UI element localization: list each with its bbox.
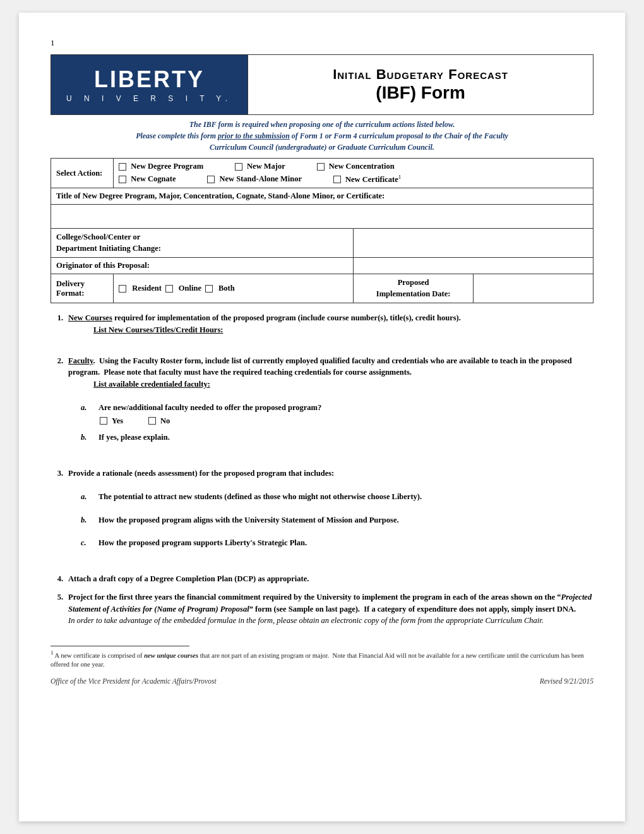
spacer-2a <box>81 396 593 402</box>
sub-content-3b: How the proposed program aligns with the… <box>98 514 593 526</box>
originator-label-cell: Originator of this Proposal: <box>51 258 354 274</box>
option-new-cognate-label: New Cognate <box>131 174 176 184</box>
item-5-text: Project for the first three years the fi… <box>68 593 592 613</box>
option-new-standalone[interactable]: New Stand-Alone Minor <box>207 174 302 184</box>
item-1-underline: New Courses <box>68 313 112 322</box>
footnote-section: 1 A new certificate is comprised of new … <box>51 646 593 670</box>
proposed-label-cell: Proposed Implementation Date: <box>354 274 474 303</box>
checkbox-both[interactable] <box>205 285 213 293</box>
option-new-major-label: New Major <box>247 162 285 171</box>
item-3: 3. Provide a rationale (needs assessment… <box>51 468 593 554</box>
checkbox-new-concentration[interactable] <box>317 163 325 171</box>
option-new-concentration[interactable]: New Concentration <box>317 162 395 171</box>
item-4-content: Attach a draft copy of a Degree Completi… <box>68 573 593 585</box>
action-options: New Degree Program New Major New Concent… <box>119 162 588 184</box>
option-new-certificate-label: New Certificate1 <box>345 174 401 184</box>
originator-label: Originator of this Proposal: <box>56 261 150 270</box>
main-table: Select Action: New Degree Program New Ma… <box>51 158 593 303</box>
checkbox-new-major[interactable] <box>235 163 242 171</box>
college-input-cell[interactable] <box>354 229 593 258</box>
options-row1: New Degree Program New Major New Concent… <box>119 162 588 171</box>
item-1: 1. New Courses required for implementati… <box>51 312 593 336</box>
footer-left: Office of the Vice President for Academi… <box>51 677 217 685</box>
checkbox-new-certificate[interactable] <box>333 176 341 183</box>
sub-letter-3b: b. <box>81 514 93 526</box>
title-input-cell[interactable] <box>51 205 593 229</box>
option-new-cognate[interactable]: New Cognate <box>119 174 176 184</box>
checkbox-new-standalone[interactable] <box>207 176 215 183</box>
yn-yes[interactable]: Yes <box>100 415 123 427</box>
footnote-text: A new certificate is comprised of new un… <box>51 652 584 668</box>
delivery-options: Resident Online Both <box>119 284 348 293</box>
originator-input-cell[interactable] <box>354 258 593 274</box>
proposed-label: Proposed Implementation Date: <box>359 277 468 299</box>
sub-item-2a: a. Are new/additional faculty needed to … <box>81 402 593 427</box>
college-row: College/School/Center or Department Init… <box>51 229 593 258</box>
item-1-sublabel: List New Courses/Titles/Credit Hours: <box>68 325 223 334</box>
select-action-label: Select Action: <box>56 169 102 178</box>
sub-content-3c: How the proposed program supports Libert… <box>98 537 593 549</box>
checkbox-resident[interactable] <box>119 285 126 293</box>
originator-row: Originator of this Proposal: <box>51 258 593 274</box>
item-3-content: Provide a rationale (needs assessment) f… <box>68 468 593 554</box>
option-new-concentration-label: New Concentration <box>329 162 395 171</box>
delivery-both-label: Both <box>218 284 235 293</box>
spacer-1 <box>51 342 593 355</box>
delivery-row: Delivery Format: Resident Online Both Pr… <box>51 274 593 303</box>
intro-line3: Curriculum Council (undergraduate) or Gr… <box>51 142 593 153</box>
sub-item-3b: b. How the proposed program aligns with … <box>81 514 593 526</box>
item-4: 4. Attach a draft copy of a Degree Compl… <box>51 573 593 585</box>
yn-no[interactable]: No <box>148 415 170 427</box>
yes-no-row: Yes No <box>100 415 593 427</box>
option-new-major[interactable]: New Major <box>235 162 285 171</box>
sub-letter-2a: a. <box>81 402 93 414</box>
spacer-3b <box>81 508 593 514</box>
option-new-degree[interactable]: New Degree Program <box>119 162 203 171</box>
option-new-certificate[interactable]: New Certificate1 <box>333 174 401 184</box>
footnote: 1 A new certificate is comprised of new … <box>51 649 593 670</box>
item-2-text: Faculty. Using the Faculty Roster form, … <box>68 356 572 377</box>
sub-letter-3c: c. <box>81 537 93 549</box>
college-label-cell: College/School/Center or Department Init… <box>51 229 354 258</box>
sub-item-3a: a. The potential to attract new students… <box>81 491 593 503</box>
page: 1 LIBERTY U N I V E R S I T Y. Initial B… <box>19 13 625 821</box>
delivery-options-cell: Resident Online Both <box>114 274 354 303</box>
checkbox-online[interactable] <box>165 285 173 293</box>
footer-right: Revised 9/21/2015 <box>540 677 593 685</box>
no-label: No <box>160 415 170 427</box>
intro-line2: Please complete this form prior to the s… <box>51 130 593 142</box>
item-3-text: Provide a rationale (needs assessment) f… <box>68 469 334 478</box>
item-1-text: New Courses required for implementation … <box>68 313 461 322</box>
intro-line1: The IBF form is required when proposing … <box>51 119 593 130</box>
page-footer: Office of the Vice President for Academi… <box>51 677 593 685</box>
checkbox-no[interactable] <box>148 417 156 425</box>
footer-divider <box>51 646 189 646</box>
item-5-italic: In order to take advantage of the embedd… <box>68 616 544 625</box>
page-number: 1 <box>51 38 593 48</box>
sub-content-2a: Are new/additional faculty needed to off… <box>98 402 593 427</box>
logo-university: U N I V E R S I T Y. <box>66 94 232 103</box>
sub-item-2b: b. If yes, please explain. <box>81 432 593 444</box>
select-action-options-cell: New Degree Program New Major New Concent… <box>114 159 593 188</box>
options-row2: New Cognate New Stand-Alone Minor New Ce… <box>119 174 588 184</box>
proposed-date-cell[interactable] <box>474 274 593 303</box>
title-row-label: Title of New Degree Program, Major, Conc… <box>51 188 593 205</box>
item-2-subitems: a. Are new/additional faculty needed to … <box>81 396 593 444</box>
sub-letter-3a: a. <box>81 491 93 503</box>
delivery-resident-label: Resident <box>132 284 162 293</box>
select-action-row: Select Action: New Degree Program New Ma… <box>51 159 593 188</box>
item-2: 2. Faculty. Using the Faculty Roster for… <box>51 355 593 449</box>
item-1-rest: required for implementation of the propo… <box>114 313 461 322</box>
logo-liberty: LIBERTY <box>94 66 205 93</box>
checkbox-yes[interactable] <box>100 417 107 425</box>
spacer-3 <box>51 560 593 573</box>
checkbox-new-degree[interactable] <box>119 163 126 171</box>
item-2-content: Faculty. Using the Faculty Roster form, … <box>68 355 593 449</box>
college-label: College/School/Center or Department Init… <box>56 232 348 254</box>
select-action-label-cell: Select Action: <box>51 159 114 188</box>
item-5: 5. Project for the first three years the… <box>51 591 593 627</box>
checkbox-new-cognate[interactable] <box>119 176 126 183</box>
yes-label: Yes <box>112 415 123 427</box>
item-2-underline: Faculty <box>68 356 93 365</box>
title-input-row <box>51 205 593 229</box>
